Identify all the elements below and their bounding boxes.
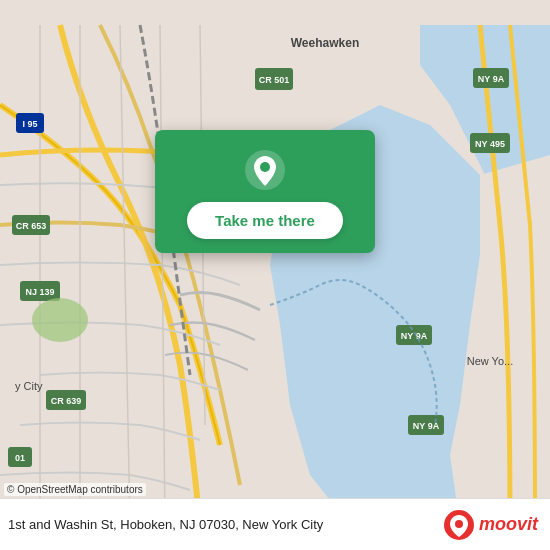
svg-text:CR 639: CR 639 [51,396,82,406]
bottom-bar: 1st and Washin St, Hoboken, NJ 07030, Ne… [0,498,550,550]
map-background: CR 501 I 95 NY 9A NY 495 CR 653 NJ 139 C… [0,0,550,550]
map-container: CR 501 I 95 NY 9A NY 495 CR 653 NJ 139 C… [0,0,550,550]
svg-text:CR 501: CR 501 [259,75,290,85]
svg-text:y City: y City [15,380,43,392]
svg-text:Weehawken: Weehawken [291,36,359,50]
svg-text:01: 01 [15,453,25,463]
svg-text:New Yo...: New Yo... [467,355,513,367]
svg-point-29 [32,298,88,342]
moovit-brand-text: moovit [479,514,538,535]
svg-text:NJ 139: NJ 139 [25,287,54,297]
location-pin-icon [243,148,287,192]
address-text: 1st and Washin St, Hoboken, NJ 07030, Ne… [8,517,443,532]
svg-text:CR 653: CR 653 [16,221,47,231]
svg-point-31 [260,162,270,172]
moovit-logo: moovit [443,509,538,541]
svg-text:NY 9A: NY 9A [478,74,505,84]
svg-point-33 [455,520,463,528]
svg-text:I 95: I 95 [22,119,37,129]
location-card: Take me there [155,130,375,253]
svg-text:NY 495: NY 495 [475,139,505,149]
moovit-logo-icon [443,509,475,541]
osm-attribution: © OpenStreetMap contributors [4,483,146,496]
take-me-there-button[interactable]: Take me there [187,202,343,239]
